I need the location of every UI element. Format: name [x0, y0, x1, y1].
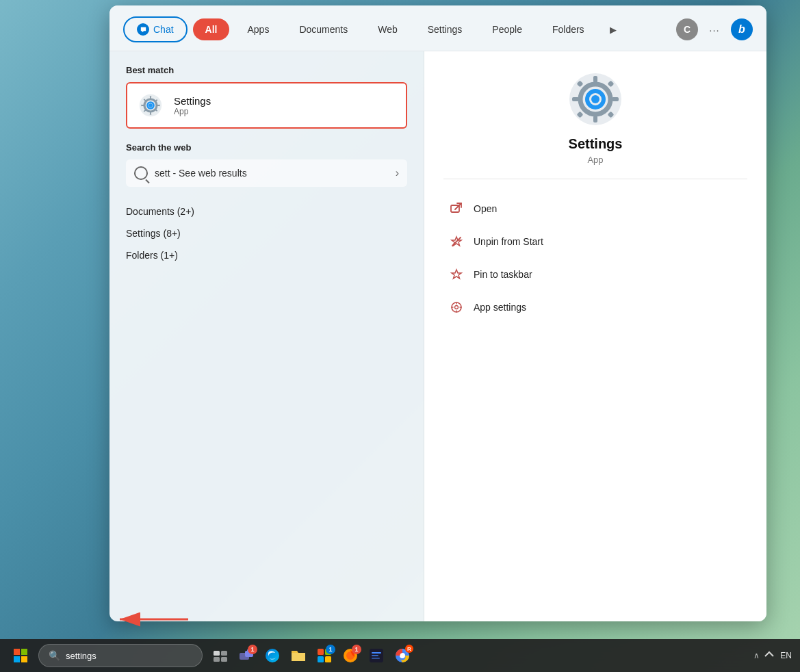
tabs-ellipsis-button[interactable]: ···: [704, 18, 725, 40]
svg-rect-31: [221, 651, 227, 656]
tab-web-label: Web: [378, 24, 398, 35]
action-pin-taskbar-label: Pin to taskbar: [474, 269, 532, 280]
unpin-icon: [449, 234, 464, 249]
web-search-text: sett - See web results: [155, 168, 247, 179]
taskbar-virtual-desktops[interactable]: [208, 643, 233, 668]
tab-documents[interactable]: Documents: [287, 18, 360, 40]
sys-tray-icons: ∧: [753, 649, 775, 662]
detail-header: Settings App: [443, 72, 747, 179]
svg-rect-7: [593, 116, 597, 122]
action-app-settings[interactable]: App settings: [443, 292, 747, 323]
chrome-badge: R: [405, 645, 413, 653]
tab-folders-label: Folders: [552, 24, 584, 35]
taskbar-firefox[interactable]: 1: [338, 643, 363, 668]
svg-rect-30: [214, 651, 220, 656]
windows-logo-icon: [14, 649, 27, 662]
category-settings[interactable]: Settings (8+): [126, 222, 407, 244]
tab-people-label: People: [492, 24, 522, 35]
svg-rect-32: [214, 657, 220, 662]
bing-button[interactable]: b: [731, 18, 753, 40]
tab-apps-label: Apps: [247, 24, 269, 35]
taskbar-search-text: settings: [66, 651, 96, 661]
tabs-right-controls: C ··· b: [676, 18, 753, 40]
svg-rect-29: [21, 656, 27, 662]
taskbar-file-explorer[interactable]: [286, 643, 311, 668]
tab-web[interactable]: Web: [365, 18, 410, 40]
ellipsis-icon: ···: [709, 24, 720, 36]
svg-rect-33: [221, 657, 227, 662]
tab-chat-label: Chat: [153, 24, 174, 35]
filter-tabs-bar: Chat All Apps Documents Web Settings Peo…: [109, 5, 766, 51]
svg-rect-46: [372, 655, 378, 656]
web-search-label: Search the web: [126, 142, 407, 153]
svg-rect-26: [14, 649, 20, 655]
web-query-suffix: - See web results: [170, 168, 247, 179]
firefox-badge: 1: [352, 645, 361, 654]
web-search-item[interactable]: sett - See web results ›: [126, 159, 407, 187]
best-match-title: Settings: [174, 95, 211, 107]
taskbar-chrome[interactable]: R: [390, 643, 415, 668]
svg-point-37: [266, 649, 279, 662]
settings-app-icon: [137, 92, 164, 119]
action-unpin-start-label: Unpin from Start: [474, 236, 543, 247]
open-icon: [449, 201, 464, 216]
detail-title: Settings: [569, 136, 623, 152]
category-folders[interactable]: Folders (1+): [126, 244, 407, 266]
tray-chevron-icon[interactable]: ∧: [753, 651, 760, 660]
svg-point-15: [591, 95, 599, 103]
tab-people[interactable]: People: [480, 18, 534, 40]
detail-actions: Open Unpin from Start: [443, 193, 747, 323]
tab-all-label: All: [205, 24, 218, 35]
category-list: Documents (2+) Settings (8+) Folders (1+…: [126, 201, 407, 266]
detail-pane: Settings App Open: [424, 51, 766, 621]
best-match-info: Settings App: [174, 95, 211, 116]
svg-rect-45: [372, 652, 381, 654]
category-documents[interactable]: Documents (2+): [126, 201, 407, 222]
best-match-item[interactable]: Settings App: [126, 82, 407, 129]
annotation-arrow: [113, 609, 195, 632]
bing-letter: b: [738, 23, 745, 36]
taskbar-search-icon: 🔍: [49, 650, 60, 661]
pin-icon: [449, 267, 464, 282]
tab-settings[interactable]: Settings: [415, 18, 475, 40]
store-badge: 1: [326, 645, 335, 654]
detail-settings-icon: [568, 72, 623, 127]
action-unpin-start[interactable]: Unpin from Start: [443, 226, 747, 257]
tab-apps[interactable]: Apps: [235, 18, 281, 40]
tab-chat[interactable]: Chat: [123, 16, 188, 42]
cortana-letter: C: [684, 24, 691, 35]
tab-all[interactable]: All: [193, 18, 230, 40]
web-search-section: Search the web sett - See web results ›: [126, 142, 407, 187]
taskbar-ms-store[interactable]: 1: [312, 643, 337, 668]
taskbar-app-dark[interactable]: [364, 643, 389, 668]
best-match-label: Best match: [126, 65, 407, 75]
svg-rect-8: [572, 97, 579, 101]
taskbar-app-icons: 1: [208, 643, 415, 668]
action-pin-taskbar[interactable]: Pin to taskbar: [443, 259, 747, 290]
web-query: sett: [155, 168, 170, 179]
more-tabs-button[interactable]: ▶: [602, 18, 624, 40]
detail-subtitle: App: [587, 155, 603, 165]
web-search-arrow-icon: ›: [396, 167, 399, 179]
results-pane: Best match: [109, 51, 424, 621]
svg-rect-28: [14, 656, 20, 662]
system-tray: ∧ EN: [753, 649, 792, 662]
search-content: Best match: [109, 51, 766, 621]
tray-network-icon[interactable]: [764, 649, 775, 662]
action-open-label: Open: [474, 203, 497, 214]
start-button[interactable]: [8, 643, 33, 668]
svg-rect-6: [593, 76, 597, 83]
taskbar-search-box[interactable]: 🔍 settings: [38, 644, 203, 667]
cortana-avatar[interactable]: C: [676, 18, 698, 40]
svg-point-19: [455, 306, 459, 309]
tray-time: EN: [780, 651, 792, 660]
svg-rect-41: [325, 656, 331, 662]
svg-point-3: [149, 103, 152, 107]
tab-folders[interactable]: Folders: [540, 18, 597, 40]
taskbar-teams[interactable]: 1: [234, 643, 259, 668]
svg-rect-9: [612, 97, 619, 101]
taskbar-edge[interactable]: [260, 643, 285, 668]
svg-rect-27: [21, 649, 27, 655]
action-open[interactable]: Open: [443, 193, 747, 224]
best-match-type: App: [174, 107, 211, 116]
